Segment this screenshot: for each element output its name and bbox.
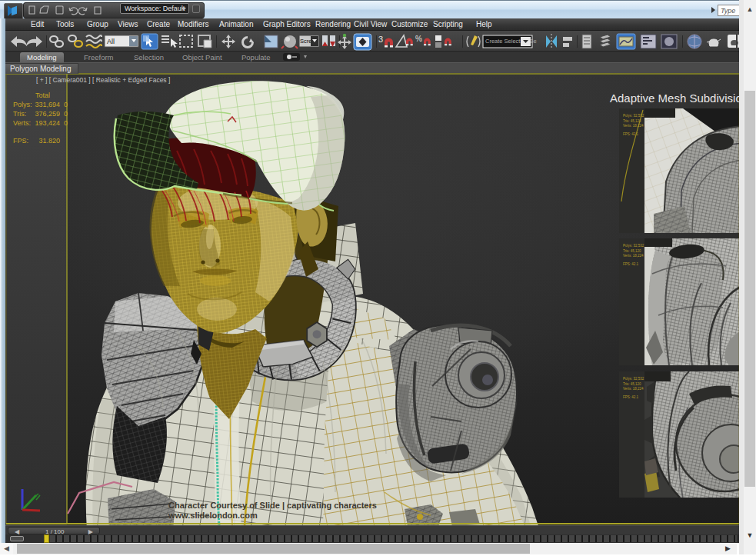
svg-text:FPS: 42.1: FPS: 42.1	[623, 132, 639, 136]
svg-text:193,424: 193,424	[35, 119, 60, 127]
svg-text:All: All	[107, 38, 115, 45]
svg-text:0: 0	[64, 101, 68, 108]
svg-text:Verts: 18,224: Verts: 18,224	[623, 124, 644, 128]
svg-text:3: 3	[378, 35, 383, 44]
svg-text:Polys: 32,532: Polys: 32,532	[623, 114, 644, 118]
svg-text:Tris: 45,120: Tris: 45,120	[623, 382, 641, 386]
svg-text:FPS:: FPS:	[13, 137, 28, 145]
svg-text:0: 0	[64, 119, 68, 127]
svg-text:Adaptive Mesh Subdivision ba: Adaptive Mesh Subdivision ba	[610, 92, 744, 105]
svg-text:[ + ] [ Camera001 ] [ Realisti: [ + ] [ Camera001 ] [ Realistic + Edged …	[36, 76, 170, 84]
svg-text:376,259: 376,259	[35, 110, 60, 118]
svg-text:Character Courtesy of Slide |: Character Courtesy of Slide | captivatin…	[168, 501, 377, 510]
svg-text:0: 0	[64, 110, 68, 118]
svg-text:Tris: 45,120: Tris: 45,120	[623, 249, 641, 253]
svg-text:Verts: 18,224: Verts: 18,224	[623, 387, 644, 391]
svg-text:31.820: 31.820	[38, 137, 60, 145]
svg-text:Verts: 18,224: Verts: 18,224	[623, 254, 644, 258]
svg-text:Polys: 32,532: Polys: 32,532	[623, 244, 644, 248]
svg-text:Tris:: Tris:	[13, 110, 26, 118]
svg-text:Total: Total	[35, 92, 50, 99]
svg-text:331,694: 331,694	[35, 101, 60, 108]
svg-text:Polys: 32,532: Polys: 32,532	[623, 377, 644, 381]
svg-text:www.slidelondon.com: www.slidelondon.com	[168, 511, 258, 520]
svg-text:Verts:: Verts:	[13, 119, 31, 127]
svg-text:FPS: 42.1: FPS: 42.1	[623, 395, 639, 399]
svg-text:Polys:: Polys:	[13, 101, 32, 108]
svg-text:Tris: 45,120: Tris: 45,120	[623, 119, 641, 123]
svg-text:%: %	[415, 35, 422, 43]
svg-text:FPS: 42.1: FPS: 42.1	[623, 262, 639, 266]
